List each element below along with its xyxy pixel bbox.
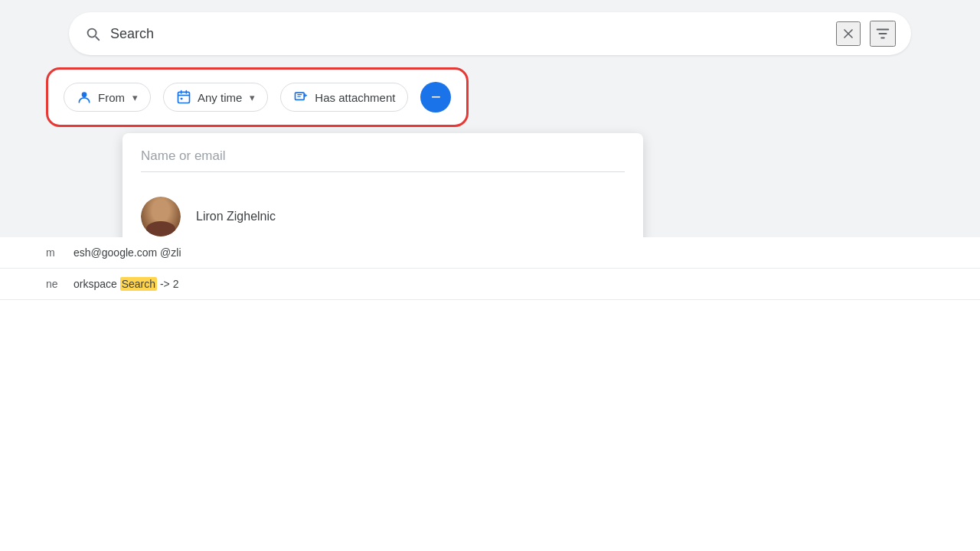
contact-name-liron: Liron Zighelnic xyxy=(196,210,276,223)
from-chip-arrow: ▾ xyxy=(132,92,138,103)
attachment-icon xyxy=(293,90,309,105)
email-snippet-text-0: esh@google.com @zli xyxy=(74,246,181,259)
search-icon xyxy=(84,25,101,42)
bg-email-left-0: m xyxy=(46,246,61,259)
search-input-text[interactable]: Search xyxy=(110,26,827,42)
from-chip-label: From xyxy=(98,91,125,104)
bg-email-left-1: ne xyxy=(46,278,61,290)
calendar-icon xyxy=(176,90,191,105)
svg-rect-2 xyxy=(181,98,183,99)
highlighted-search-word: Search xyxy=(120,277,157,291)
name-email-input[interactable] xyxy=(141,148,625,172)
search-bar: Search xyxy=(69,12,911,55)
anytime-filter-chip[interactable]: Any time ▾ xyxy=(163,83,268,112)
avatar-liron xyxy=(141,197,181,236)
remove-filter-icon: − xyxy=(431,87,441,107)
person-icon xyxy=(77,90,92,105)
filter-row-wrapper: From ▾ Any time ▾ xyxy=(0,67,980,127)
search-close-button[interactable] xyxy=(836,21,861,46)
remove-filter-button[interactable]: − xyxy=(420,82,451,112)
svg-point-0 xyxy=(82,92,87,97)
background-email-list: m esh@google.com @zli ne orkspace Search… xyxy=(0,237,980,551)
attachment-filter-chip[interactable]: Has attachment xyxy=(280,83,408,112)
search-bar-area: Search xyxy=(0,0,980,67)
bg-email-item-1: ne orkspace Search -> 2 xyxy=(0,269,980,300)
from-filter-chip[interactable]: From ▾ xyxy=(64,83,151,112)
bg-email-right-1: orkspace Search -> 2 xyxy=(74,278,178,290)
bg-email-right-0: esh@google.com @zli xyxy=(74,246,181,259)
filter-chips-highlighted-row: From ▾ Any time ▾ xyxy=(46,67,469,127)
bg-email-item-0: m esh@google.com @zli xyxy=(0,237,980,269)
anytime-chip-label: Any time xyxy=(198,91,242,104)
anytime-chip-arrow: ▾ xyxy=(250,92,255,103)
dropdown-input-area xyxy=(122,133,643,180)
search-filter-button[interactable] xyxy=(870,21,896,47)
main-container: Search xyxy=(0,0,980,551)
svg-rect-1 xyxy=(178,92,190,103)
attachment-chip-label: Has attachment xyxy=(315,91,395,104)
